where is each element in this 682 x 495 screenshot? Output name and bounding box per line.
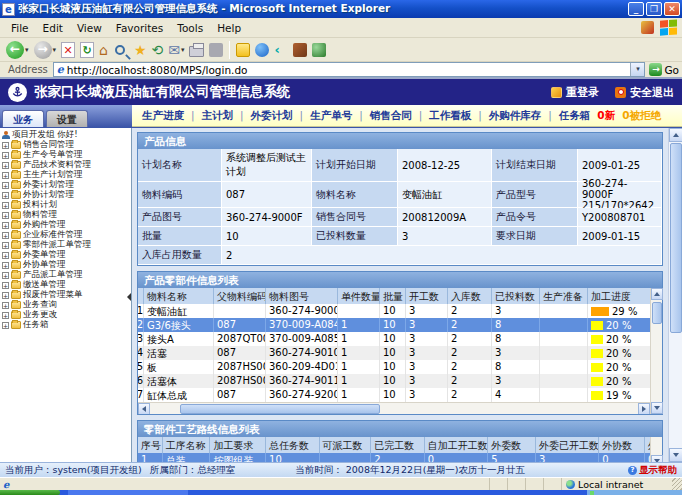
- tree-expand-icon[interactable]: +: [2, 282, 9, 289]
- table-row[interactable]: 2 G3/6接头 087 370-009-A0840 1 10 3 2 8: [138, 318, 650, 332]
- tree-expand-icon[interactable]: +: [2, 312, 9, 319]
- top-menu-item[interactable]: 外委计划: [233, 109, 293, 123]
- scroll-down-icon[interactable]: [669, 448, 682, 462]
- page-vscrollbar[interactable]: [668, 128, 682, 462]
- sidebar-collapse-handle[interactable]: [127, 293, 131, 301]
- edit-button[interactable]: [207, 39, 225, 61]
- tree-item[interactable]: + 外委单管理: [2, 250, 131, 260]
- scroll-up-icon[interactable]: [651, 288, 663, 300]
- menu-edit[interactable]: Edit: [36, 20, 70, 36]
- scroll-down-icon[interactable]: [651, 455, 663, 462]
- column-header[interactable]: 自加工开工数: [424, 437, 487, 453]
- table-row[interactable]: 7 缸体总成 087 360-274-9200F 1 10 3 2 4: [138, 388, 650, 402]
- table-row[interactable]: 5 板 2087HS002 360-209-4D010 1 10 3 2 8: [138, 360, 650, 374]
- tree-expand-icon[interactable]: +: [2, 292, 9, 299]
- route-table-vscrollbar[interactable]: [650, 437, 662, 462]
- top-menu-item[interactable]: 任务箱: [541, 109, 590, 123]
- tree-expand-icon[interactable]: +: [2, 162, 9, 169]
- vscroll-thumb[interactable]: [670, 143, 682, 333]
- forward-button[interactable]: →▾: [32, 39, 59, 61]
- tree-item[interactable]: + 生产令号单管理: [2, 150, 131, 160]
- parts-table-hscrollbar[interactable]: [138, 402, 650, 414]
- column-header[interactable]: 批量: [379, 288, 405, 304]
- relogin-button[interactable]: 重登录: [551, 85, 599, 100]
- tree-item[interactable]: + 企业标准件管理: [2, 230, 131, 240]
- home-button[interactable]: ⌂: [97, 39, 110, 61]
- tree-item[interactable]: + 缴送单管理: [2, 280, 131, 290]
- vscroll-thumb[interactable]: [652, 302, 662, 324]
- maximize-button[interactable]: ❐: [646, 2, 662, 16]
- tree-item[interactable]: + 业务更改: [2, 310, 131, 320]
- resize-grip[interactable]: [672, 478, 682, 490]
- tree-expand-icon[interactable]: +: [2, 262, 9, 269]
- show-help-link[interactable]: ? 显示帮助: [628, 464, 677, 477]
- column-header[interactable]: 工序名称: [162, 437, 210, 453]
- tree-expand-icon[interactable]: +: [2, 202, 9, 209]
- search-button[interactable]: [111, 39, 131, 61]
- address-input[interactable]: [67, 63, 631, 76]
- column-header[interactable]: 开工数: [405, 288, 447, 304]
- tree-item[interactable]: + 投料计划: [2, 200, 131, 210]
- top-menu-item[interactable]: 生产进度: [142, 109, 184, 123]
- tree-item[interactable]: + 业务查询: [2, 300, 131, 310]
- tree-expand-icon[interactable]: +: [2, 252, 9, 259]
- column-header[interactable]: 生产准备: [539, 288, 587, 304]
- top-menu-item[interactable]: 主计划: [184, 109, 233, 123]
- tree-expand-icon[interactable]: +: [2, 212, 9, 219]
- top-menu-item[interactable]: 生产单号: [293, 109, 353, 123]
- stop-button[interactable]: ✕: [59, 39, 77, 61]
- msn-button[interactable]: ‹: [272, 39, 290, 61]
- top-menu-item[interactable]: 外购件库存: [471, 109, 541, 123]
- table-row[interactable]: 1 总装 按图组装 10 2: [138, 453, 650, 462]
- close-button[interactable]: ✕: [664, 2, 680, 16]
- tab-settings[interactable]: 设置: [46, 110, 88, 127]
- tree-item[interactable]: + 零部件派工单管理: [2, 240, 131, 250]
- column-header[interactable]: 父物料编码: [213, 288, 265, 304]
- notes-button[interactable]: [234, 39, 252, 61]
- minimize-button[interactable]: _: [628, 2, 644, 16]
- column-header[interactable]: 序号: [138, 437, 162, 453]
- mail-button[interactable]: ✉▾: [166, 39, 186, 61]
- tree-item[interactable]: + 销售合同管理: [2, 140, 131, 150]
- table-row[interactable]: 3 接头A 2087QT002 370-009-A0850 1 10 3 2 8: [138, 332, 650, 346]
- column-header[interactable]: 加工要求: [209, 437, 265, 453]
- top-menu-item[interactable]: 销售合同: [352, 109, 412, 123]
- tree-expand-icon[interactable]: +: [2, 272, 9, 279]
- tree-expand-icon[interactable]: +: [2, 242, 9, 249]
- research-button[interactable]: [310, 39, 328, 61]
- tree-item[interactable]: + 任务箱: [2, 320, 131, 330]
- forward-dropdown-icon[interactable]: ▾: [53, 46, 57, 54]
- menu-file[interactable]: File: [4, 20, 36, 36]
- column-header[interactable]: 外委已开工数: [535, 437, 598, 453]
- back-dropdown-icon[interactable]: ▾: [25, 46, 29, 54]
- scroll-right-icon[interactable]: [638, 403, 650, 415]
- scroll-up-icon[interactable]: [669, 128, 682, 142]
- addon-icon[interactable]: [641, 21, 654, 34]
- start-button[interactable]: [0, 490, 60, 495]
- go-button[interactable]: → Go: [649, 63, 679, 76]
- menu-help[interactable]: Help: [210, 20, 248, 36]
- menu-tools[interactable]: Tools: [170, 20, 210, 36]
- back-button[interactable]: ←▾: [4, 39, 31, 61]
- scroll-down-icon[interactable]: [651, 402, 663, 414]
- parts-table-vscrollbar[interactable]: [650, 288, 662, 414]
- table-row[interactable]: 6 活塞体 2087HS002 360-274-9011W 1 10 3 2 3: [138, 374, 650, 388]
- title-bar[interactable]: e 张家口长城液压油缸有限公司管理信息系统 - Microsoft Intern…: [0, 0, 682, 18]
- column-header[interactable]: 单件数量: [337, 288, 379, 304]
- menu-view[interactable]: View: [70, 20, 109, 36]
- scroll-left-icon[interactable]: [138, 403, 150, 415]
- tree-expand-icon[interactable]: +: [2, 152, 9, 159]
- hscroll-thumb[interactable]: [180, 404, 380, 414]
- favorites-button[interactable]: ★: [132, 39, 149, 61]
- tree-item[interactable]: + 外协计划管理: [2, 190, 131, 200]
- column-header[interactable]: 可派工数: [319, 437, 371, 453]
- top-menu-item[interactable]: 工作看板: [412, 109, 472, 123]
- messenger-button[interactable]: [253, 39, 271, 61]
- table-row[interactable]: 4 活塞 087 360-274-9010F 1 10 3 2 3: [138, 346, 650, 360]
- tree-expand-icon[interactable]: +: [2, 322, 9, 329]
- column-header[interactable]: 物料名称: [143, 288, 213, 304]
- tree-item[interactable]: + 报废件管理菜单: [2, 290, 131, 300]
- tree-expand-icon[interactable]: +: [2, 142, 9, 149]
- column-header[interactable]: 总任务数: [265, 437, 319, 453]
- tree-expand-icon[interactable]: +: [2, 302, 9, 309]
